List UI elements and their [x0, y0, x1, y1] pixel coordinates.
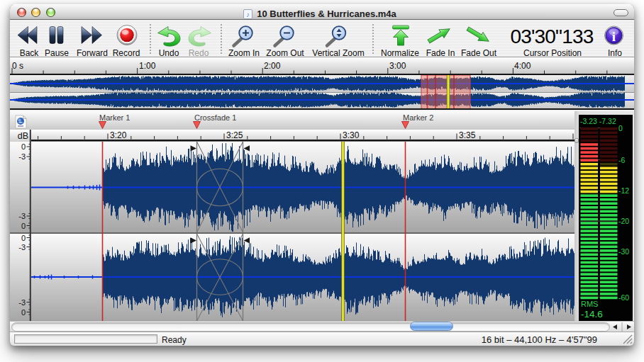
- svg-text:♪: ♪: [246, 11, 250, 18]
- svg-text:i: i: [612, 29, 616, 44]
